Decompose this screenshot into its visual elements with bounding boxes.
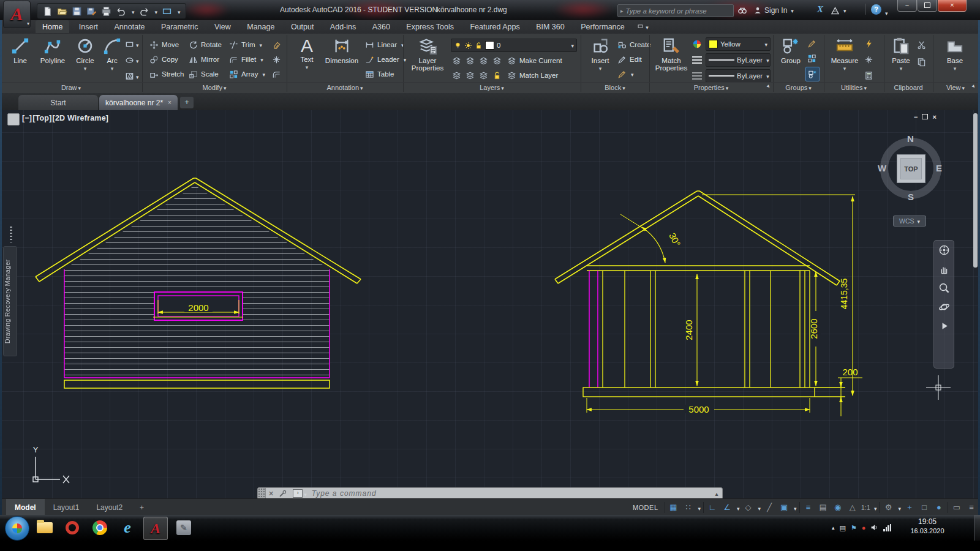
help-dropdown-icon[interactable] — [884, 7, 888, 18]
gable-foundation[interactable] — [64, 380, 330, 388]
tray-network-icon[interactable] — [883, 524, 891, 531]
osnap-icon[interactable]: ▣ — [778, 501, 790, 514]
layer-unlock-icon[interactable] — [475, 42, 483, 50]
dim-total-width[interactable]: 5000 — [688, 404, 709, 414]
taskbar-chrome[interactable] — [88, 517, 111, 539]
navigation-wheel-icon[interactable] — [938, 244, 950, 256]
layer-isolate-button[interactable] — [466, 54, 475, 67]
palette-button[interactable] — [7, 113, 20, 126]
panel-groups-footer[interactable]: Groups — [773, 82, 824, 93]
tab-layout1[interactable]: Layout1 — [45, 499, 88, 515]
stud-height-dimension[interactable]: 2400 — [684, 274, 697, 386]
group-button[interactable]: Group — [777, 36, 805, 64]
dimension-button[interactable]: Dimension — [322, 36, 361, 64]
tab-view[interactable]: View — [208, 20, 238, 33]
workspace-gear-icon[interactable]: ⚙ — [882, 501, 894, 514]
plot-icon[interactable] — [101, 6, 111, 17]
tray-expand-icon[interactable]: ▴ — [832, 525, 835, 531]
search-go-icon[interactable] — [737, 5, 747, 16]
tray-alert-icon[interactable]: ● — [862, 524, 866, 531]
panel-view-footer[interactable]: View▸ — [933, 82, 978, 93]
file-tab-start[interactable]: Start — [18, 95, 98, 110]
viewcube-south[interactable]: S — [908, 192, 914, 202]
close-button[interactable]: × — [938, 0, 967, 12]
tray-flag-icon[interactable]: ⚑ — [851, 524, 857, 532]
workspace-dropdown-icon[interactable] — [897, 502, 901, 513]
framing-left-posts[interactable] — [589, 271, 598, 388]
minimize-button[interactable]: − — [897, 0, 917, 12]
layer-freeze-button[interactable] — [479, 54, 488, 67]
trim-button[interactable]: Trim — [229, 39, 262, 51]
gable-elevation-drawing[interactable]: 2000 — [36, 178, 361, 388]
tab-performance[interactable]: Performance — [574, 20, 631, 33]
save-as-icon[interactable] — [86, 6, 97, 17]
new-drawing-button[interactable]: + — [180, 97, 194, 108]
command-prompt-icon[interactable]: › — [293, 489, 303, 498]
quick-calculator-button[interactable] — [864, 69, 873, 81]
tab-express-tools[interactable]: Express Tools — [399, 20, 461, 33]
layer-thaw-icon[interactable] — [464, 42, 472, 50]
dim-wall-height[interactable]: 2600 — [809, 318, 819, 339]
array-button[interactable]: Array — [229, 68, 265, 80]
panel-draw-footer[interactable]: Draw — [0, 82, 142, 93]
new-layout-button[interactable]: + — [131, 499, 153, 515]
tab-parametric[interactable]: Parametric — [154, 20, 205, 33]
edit-block-button[interactable]: Edit — [617, 53, 642, 66]
grid-icon[interactable]: ▦ — [668, 501, 680, 514]
orbit-icon[interactable] — [938, 301, 950, 313]
polyline-button[interactable]: Polyline — [36, 36, 70, 64]
help-icon[interactable]: ? — [871, 4, 881, 15]
properties-dialog-launcher-icon[interactable]: ▸ — [764, 82, 774, 91]
model-space-button[interactable]: MODEL — [629, 504, 662, 511]
tab-output[interactable]: Output — [284, 20, 321, 33]
isodraft-dropdown-icon[interactable] — [757, 502, 761, 513]
a360-icon[interactable] — [831, 5, 846, 16]
block-attributes-button[interactable] — [617, 68, 634, 80]
framing-studs[interactable] — [603, 271, 810, 388]
snap-dropdown-icon[interactable] — [697, 502, 701, 513]
layer-off-button[interactable] — [452, 54, 461, 67]
viewcube-north[interactable]: N — [907, 133, 914, 144]
scale-dropdown-icon[interactable] — [873, 502, 877, 513]
panel-layers-footer[interactable]: Layers — [403, 82, 581, 93]
open-file-icon[interactable] — [57, 6, 67, 17]
new-file-icon[interactable] — [42, 6, 53, 17]
doc-restore-icon[interactable] — [922, 113, 928, 121]
tab-layout2[interactable]: Layout2 — [88, 499, 131, 515]
plate-height-dimension[interactable]: 200 — [838, 367, 862, 416]
command-close-icon[interactable]: ✕ — [268, 490, 274, 498]
taskbar-graphics-app[interactable]: ✎ — [172, 517, 195, 539]
ribbon-options-button[interactable] — [634, 20, 651, 34]
isolate-objects-icon[interactable]: □ — [918, 501, 930, 514]
layer-properties-button[interactable]: Layer Properties — [408, 36, 447, 72]
layer-unisolate-button[interactable] — [466, 69, 475, 81]
rectangle-button[interactable] — [125, 37, 141, 51]
layer-selector[interactable]: 0 — [451, 39, 577, 52]
match-properties-button[interactable]: Match Properties — [653, 36, 690, 72]
snap-icon[interactable]: ∷ — [682, 501, 695, 514]
sign-in-dropdown-icon[interactable] — [790, 6, 794, 15]
line-button[interactable]: Line — [6, 36, 34, 64]
lineweight-icon[interactable]: ≡ — [802, 501, 815, 514]
layer-unlock-button[interactable] — [492, 69, 502, 81]
application-menu-button[interactable]: A ▾ — [3, 1, 31, 28]
view-dialog-launcher-icon[interactable]: ▸ — [970, 82, 979, 91]
group-selection-toggle[interactable] — [805, 67, 820, 81]
doc-minimize-icon[interactable]: − — [914, 113, 918, 121]
polar-dropdown-icon[interactable] — [736, 502, 740, 513]
dim-stud-height[interactable]: 2400 — [684, 320, 694, 340]
tab-manage[interactable]: Manage — [240, 20, 281, 33]
maximize-button[interactable] — [918, 0, 937, 12]
rotate-button[interactable]: Rotate — [189, 39, 222, 51]
isodraft-icon[interactable]: ◇ — [742, 501, 755, 514]
show-desktop-button[interactable] — [974, 515, 980, 541]
annotation-scale-button[interactable]: 1:1 — [861, 504, 870, 511]
drawing-viewport[interactable]: 2000 — [0, 110, 980, 498]
linetype-selector[interactable]: ByLayer — [706, 69, 771, 83]
stretch-button[interactable]: Stretch — [149, 68, 184, 80]
base-button[interactable]: Base — [941, 36, 968, 72]
wcs-menu[interactable]: WCS — [893, 216, 926, 227]
redo-icon[interactable] — [139, 6, 149, 17]
circle-button[interactable]: Circle — [71, 36, 99, 72]
tab-a360[interactable]: A360 — [366, 20, 397, 33]
